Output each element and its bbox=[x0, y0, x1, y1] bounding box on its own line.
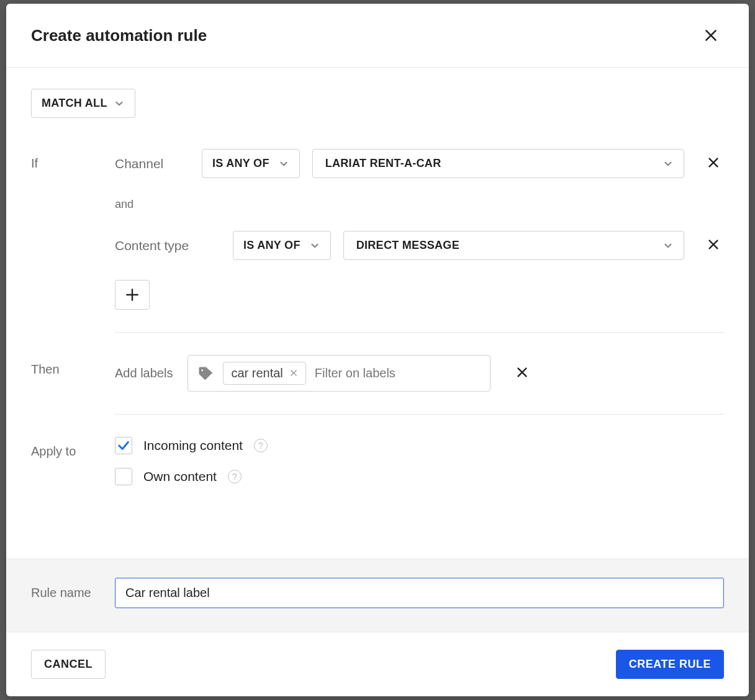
condition-field: Content type bbox=[115, 238, 220, 253]
match-mode-row: MATCH ALL bbox=[31, 89, 724, 118]
chevron-down-icon bbox=[309, 240, 320, 251]
condition-value-label: LARIAT RENT-A-CAR bbox=[325, 157, 441, 170]
condition-value-select[interactable]: LARIAT RENT-A-CAR bbox=[312, 149, 684, 178]
modal-footer: CANCEL CREATE RULE bbox=[6, 632, 749, 696]
rule-name-input[interactable] bbox=[115, 578, 724, 608]
labels-text-input[interactable] bbox=[315, 366, 482, 380]
close-icon bbox=[515, 366, 529, 379]
close-icon bbox=[289, 369, 298, 377]
apply-to-section: Apply to Incoming content ? Own content … bbox=[31, 437, 724, 499]
close-icon bbox=[707, 156, 720, 169]
chip-remove-button[interactable] bbox=[289, 366, 298, 380]
condition-value-label: DIRECT MESSAGE bbox=[356, 239, 459, 252]
plus-icon bbox=[124, 287, 140, 303]
modal-header: Create automation rule bbox=[6, 4, 749, 68]
cancel-button[interactable]: CANCEL bbox=[31, 650, 106, 679]
modal-title: Create automation rule bbox=[31, 26, 207, 45]
then-label: Then bbox=[31, 355, 115, 377]
chevron-down-icon bbox=[278, 158, 289, 169]
check-icon bbox=[117, 439, 130, 452]
chip-text: car rental bbox=[231, 366, 283, 380]
help-icon[interactable]: ? bbox=[228, 470, 242, 483]
and-label: and bbox=[115, 198, 724, 211]
close-icon bbox=[707, 238, 720, 251]
match-mode-label: MATCH ALL bbox=[42, 97, 107, 110]
match-mode-select[interactable]: MATCH ALL bbox=[31, 89, 135, 118]
condition-row-content-type: Content type IS ANY OF DIRECT MESSAGE bbox=[115, 231, 724, 260]
if-label: If bbox=[31, 149, 115, 171]
condition-operator-select[interactable]: IS ANY OF bbox=[202, 149, 300, 178]
remove-action-button[interactable] bbox=[512, 362, 533, 385]
condition-field: Channel bbox=[115, 156, 189, 171]
apply-option-label: Incoming content bbox=[143, 438, 243, 453]
labels-input[interactable]: car rental bbox=[188, 355, 491, 392]
apply-option-row: Incoming content ? bbox=[115, 437, 724, 454]
condition-operator-label: IS ANY OF bbox=[212, 157, 269, 170]
condition-operator-label: IS ANY OF bbox=[243, 239, 301, 252]
close-icon bbox=[703, 27, 719, 43]
condition-row-channel: Channel IS ANY OF LARIAT RENT-A-CAR bbox=[115, 149, 724, 178]
rule-name-label: Rule name bbox=[31, 586, 115, 600]
section-divider bbox=[115, 332, 724, 333]
incoming-content-checkbox[interactable] bbox=[115, 437, 132, 454]
own-content-checkbox[interactable] bbox=[115, 468, 132, 485]
label-chip: car rental bbox=[223, 362, 305, 385]
rule-name-section: Rule name bbox=[6, 559, 749, 632]
create-automation-rule-modal: Create automation rule MATCH ALL If Chan… bbox=[6, 4, 749, 696]
apply-to-label: Apply to bbox=[31, 437, 115, 459]
tag-icon bbox=[197, 365, 214, 382]
condition-operator-select[interactable]: IS ANY OF bbox=[233, 231, 331, 260]
help-icon[interactable]: ? bbox=[254, 439, 268, 452]
if-conditions: Channel IS ANY OF LARIAT RENT-A-CAR and bbox=[115, 149, 724, 355]
apply-option-row: Own content ? bbox=[115, 468, 724, 485]
remove-condition-button[interactable] bbox=[703, 234, 724, 257]
create-rule-button[interactable]: CREATE RULE bbox=[616, 650, 724, 679]
add-condition-button[interactable] bbox=[115, 280, 150, 310]
then-section: Then Add labels car rental bbox=[31, 355, 724, 437]
chevron-down-icon bbox=[662, 240, 674, 251]
apply-option-label: Own content bbox=[143, 469, 217, 484]
action-label: Add labels bbox=[115, 366, 173, 380]
chevron-down-icon bbox=[114, 98, 125, 109]
remove-condition-button[interactable] bbox=[703, 152, 724, 175]
modal-body: MATCH ALL If Channel IS ANY OF LARIAT RE… bbox=[6, 68, 749, 559]
section-divider bbox=[115, 414, 724, 415]
condition-value-select[interactable]: DIRECT MESSAGE bbox=[343, 231, 684, 260]
chevron-down-icon bbox=[662, 158, 674, 169]
if-section: If Channel IS ANY OF LARIAT RENT-A-CAR bbox=[31, 149, 724, 355]
close-button[interactable] bbox=[700, 25, 721, 46]
then-action-row: Add labels car rental bbox=[115, 355, 724, 392]
